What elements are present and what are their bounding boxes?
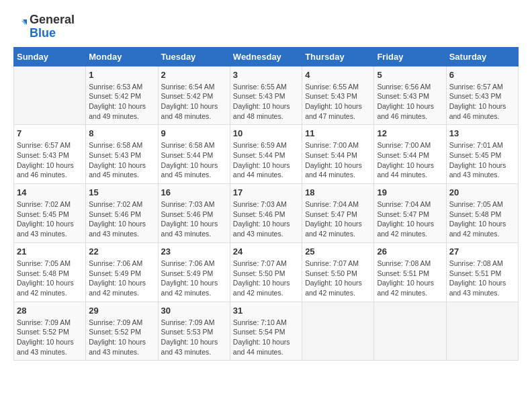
calendar-cell: 22Sunrise: 7:06 AMSunset: 5:49 PMDayligh…	[86, 242, 158, 302]
day-number: 11	[305, 128, 371, 138]
day-info: Sunrise: 6:53 AMSunset: 5:42 PMDaylight:…	[89, 82, 154, 122]
calendar-cell: 11Sunrise: 7:00 AMSunset: 5:44 PMDayligh…	[302, 125, 374, 184]
weekday-header-wednesday: Wednesday	[230, 47, 302, 66]
calendar-cell: 23Sunrise: 7:06 AMSunset: 5:49 PMDayligh…	[158, 242, 230, 302]
week-row-5: 28Sunrise: 7:09 AMSunset: 5:52 PMDayligh…	[14, 302, 519, 361]
calendar-cell	[374, 302, 446, 361]
day-number: 12	[377, 128, 443, 138]
day-number: 14	[17, 187, 83, 197]
calendar-cell: 2Sunrise: 6:54 AMSunset: 5:42 PMDaylight…	[158, 66, 230, 125]
logo-text-blue: Blue	[30, 27, 75, 40]
day-number: 27	[449, 246, 515, 257]
day-number: 9	[161, 128, 227, 138]
calendar-cell: 12Sunrise: 7:00 AMSunset: 5:44 PMDayligh…	[374, 125, 446, 184]
page-header: General Blue	[13, 13, 519, 40]
day-number: 5	[377, 70, 443, 80]
calendar-cell: 1Sunrise: 6:53 AMSunset: 5:42 PMDaylight…	[86, 66, 158, 125]
day-number: 4	[305, 70, 371, 80]
calendar-cell: 24Sunrise: 7:07 AMSunset: 5:50 PMDayligh…	[230, 242, 302, 302]
day-info: Sunrise: 6:55 AMSunset: 5:43 PMDaylight:…	[305, 82, 371, 122]
day-number: 26	[377, 246, 443, 257]
day-info: Sunrise: 7:08 AMSunset: 5:51 PMDaylight:…	[377, 259, 443, 298]
day-number: 6	[449, 70, 515, 80]
weekday-header-thursday: Thursday	[302, 47, 374, 66]
calendar-cell: 28Sunrise: 7:09 AMSunset: 5:52 PMDayligh…	[14, 302, 86, 361]
calendar-cell: 27Sunrise: 7:08 AMSunset: 5:51 PMDayligh…	[446, 242, 518, 302]
day-info: Sunrise: 7:09 AMSunset: 5:53 PMDaylight:…	[161, 318, 227, 357]
day-number: 17	[233, 187, 299, 197]
day-info: Sunrise: 7:07 AMSunset: 5:50 PMDaylight:…	[305, 259, 371, 298]
day-number: 30	[161, 306, 227, 316]
day-info: Sunrise: 7:08 AMSunset: 5:51 PMDaylight:…	[449, 259, 515, 298]
calendar-cell: 8Sunrise: 6:58 AMSunset: 5:43 PMDaylight…	[86, 125, 158, 184]
day-info: Sunrise: 7:04 AMSunset: 5:47 PMDaylight:…	[305, 199, 371, 239]
day-number: 16	[161, 187, 227, 197]
weekday-header-sunday: Sunday	[14, 47, 86, 66]
day-info: Sunrise: 7:03 AMSunset: 5:46 PMDaylight:…	[161, 199, 227, 239]
calendar-cell: 29Sunrise: 7:09 AMSunset: 5:52 PMDayligh…	[86, 302, 158, 361]
day-info: Sunrise: 7:06 AMSunset: 5:49 PMDaylight:…	[161, 259, 227, 298]
day-number: 3	[233, 70, 299, 80]
calendar-cell	[446, 302, 518, 361]
week-row-4: 21Sunrise: 7:05 AMSunset: 5:48 PMDayligh…	[14, 242, 519, 302]
day-number: 24	[233, 246, 299, 257]
day-number: 13	[449, 128, 515, 138]
day-number: 1	[89, 70, 154, 80]
weekday-header-friday: Friday	[374, 47, 446, 66]
day-info: Sunrise: 7:05 AMSunset: 5:48 PMDaylight:…	[449, 199, 515, 239]
day-info: Sunrise: 7:02 AMSunset: 5:46 PMDaylight:…	[89, 199, 154, 239]
day-info: Sunrise: 6:58 AMSunset: 5:44 PMDaylight:…	[161, 140, 227, 180]
day-info: Sunrise: 7:03 AMSunset: 5:46 PMDaylight:…	[233, 199, 299, 239]
day-info: Sunrise: 7:01 AMSunset: 5:45 PMDaylight:…	[449, 140, 515, 180]
day-info: Sunrise: 7:05 AMSunset: 5:48 PMDaylight:…	[17, 259, 83, 298]
day-info: Sunrise: 7:09 AMSunset: 5:52 PMDaylight:…	[17, 318, 83, 357]
logo: General Blue	[13, 13, 75, 40]
week-row-3: 14Sunrise: 7:02 AMSunset: 5:45 PMDayligh…	[14, 184, 519, 243]
day-number: 21	[17, 246, 83, 257]
day-number: 7	[17, 128, 83, 138]
day-number: 10	[233, 128, 299, 138]
day-info: Sunrise: 6:58 AMSunset: 5:43 PMDaylight:…	[89, 140, 154, 180]
calendar-cell	[14, 66, 86, 125]
calendar-cell: 14Sunrise: 7:02 AMSunset: 5:45 PMDayligh…	[14, 184, 86, 243]
calendar-cell: 6Sunrise: 6:57 AMSunset: 5:43 PMDaylight…	[446, 66, 518, 125]
calendar-cell: 7Sunrise: 6:57 AMSunset: 5:43 PMDaylight…	[14, 125, 86, 184]
day-number: 19	[377, 187, 443, 197]
calendar-cell: 26Sunrise: 7:08 AMSunset: 5:51 PMDayligh…	[374, 242, 446, 302]
day-number: 18	[305, 187, 371, 197]
calendar-cell: 15Sunrise: 7:02 AMSunset: 5:46 PMDayligh…	[86, 184, 158, 243]
day-info: Sunrise: 7:00 AMSunset: 5:44 PMDaylight:…	[305, 140, 371, 180]
calendar-cell: 20Sunrise: 7:05 AMSunset: 5:48 PMDayligh…	[446, 184, 518, 243]
day-info: Sunrise: 7:10 AMSunset: 5:54 PMDaylight:…	[233, 318, 299, 357]
day-number: 23	[161, 246, 227, 257]
day-number: 20	[449, 187, 515, 197]
day-info: Sunrise: 6:57 AMSunset: 5:43 PMDaylight:…	[449, 82, 515, 122]
calendar-cell: 9Sunrise: 6:58 AMSunset: 5:44 PMDaylight…	[158, 125, 230, 184]
day-info: Sunrise: 7:07 AMSunset: 5:50 PMDaylight:…	[233, 259, 299, 298]
day-info: Sunrise: 7:04 AMSunset: 5:47 PMDaylight:…	[377, 199, 443, 239]
svg-marker-1	[21, 21, 26, 26]
calendar-cell: 5Sunrise: 6:56 AMSunset: 5:43 PMDaylight…	[374, 66, 446, 125]
calendar-cell: 19Sunrise: 7:04 AMSunset: 5:47 PMDayligh…	[374, 184, 446, 243]
calendar-cell: 10Sunrise: 6:59 AMSunset: 5:44 PMDayligh…	[230, 125, 302, 184]
calendar-cell	[302, 302, 374, 361]
day-info: Sunrise: 7:02 AMSunset: 5:45 PMDaylight:…	[17, 199, 83, 239]
day-info: Sunrise: 7:00 AMSunset: 5:44 PMDaylight:…	[377, 140, 443, 180]
day-number: 25	[305, 246, 371, 257]
day-number: 28	[17, 306, 83, 316]
day-info: Sunrise: 6:54 AMSunset: 5:42 PMDaylight:…	[161, 82, 227, 122]
calendar-cell: 18Sunrise: 7:04 AMSunset: 5:47 PMDayligh…	[302, 184, 374, 243]
day-info: Sunrise: 6:56 AMSunset: 5:43 PMDaylight:…	[377, 82, 443, 122]
logo-container: General Blue	[13, 13, 75, 40]
calendar-cell: 30Sunrise: 7:09 AMSunset: 5:53 PMDayligh…	[158, 302, 230, 361]
weekday-row: SundayMondayTuesdayWednesdayThursdayFrid…	[14, 47, 519, 66]
day-number: 15	[89, 187, 154, 197]
calendar-cell: 13Sunrise: 7:01 AMSunset: 5:45 PMDayligh…	[446, 125, 518, 184]
day-info: Sunrise: 7:09 AMSunset: 5:52 PMDaylight:…	[89, 318, 154, 357]
logo-text-general: General	[30, 13, 75, 27]
weekday-header-tuesday: Tuesday	[158, 47, 230, 66]
calendar-cell: 31Sunrise: 7:10 AMSunset: 5:54 PMDayligh…	[230, 302, 302, 361]
day-info: Sunrise: 6:59 AMSunset: 5:44 PMDaylight:…	[233, 140, 299, 180]
day-number: 8	[89, 128, 154, 138]
calendar-cell: 4Sunrise: 6:55 AMSunset: 5:43 PMDaylight…	[302, 66, 374, 125]
